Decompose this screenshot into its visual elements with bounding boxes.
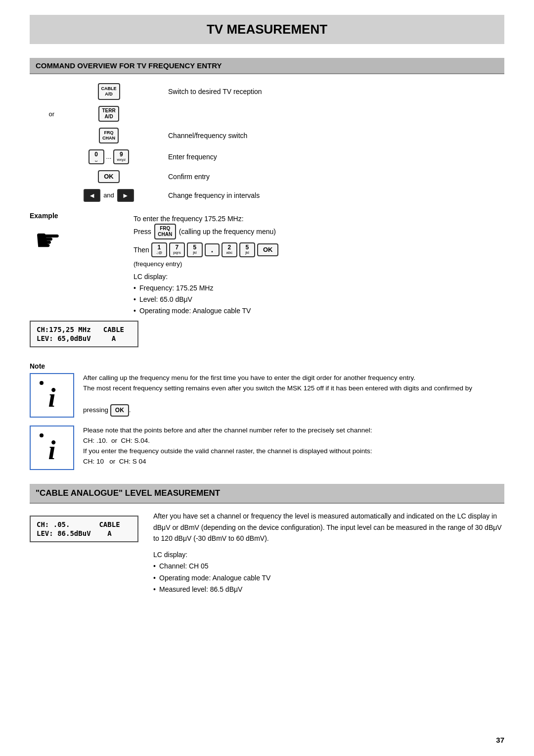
lc-item-2-2: Measured level: 86.5 dBμV <box>153 584 504 595</box>
ellipsis: ... <box>106 153 112 160</box>
pressing-label: pressing <box>83 406 108 414</box>
overview-row-ok: OK Confirm entry <box>30 170 504 183</box>
lcd2-line1: CH: .05. CABLE <box>37 520 132 528</box>
cable-ad-top: CABLE <box>101 86 117 92</box>
info-icon-2: i <box>30 425 74 470</box>
overview-row-frq: FRQ CHAN Channel/frequency switch <box>30 128 504 143</box>
frq-chan-key[interactable]: FRQ CHAN <box>99 128 119 143</box>
cable-desc: Switch to desired TV reception <box>158 88 504 95</box>
lc-item-1-2: Operating mode: Analogue cable TV <box>134 305 504 317</box>
press-label: Press <box>134 228 151 236</box>
ok-desc: Confirm entry <box>158 173 504 181</box>
cable-left: CH: .05. CABLE LEV: 86.5dBuV A <box>30 511 138 595</box>
terr-bottom: A/D <box>104 114 113 120</box>
info-text-2: Please note that the points before and a… <box>83 425 504 470</box>
then-key-1-sub: .;@ <box>156 251 163 255</box>
hand-icon: ☛ <box>35 223 119 257</box>
key-0-sub: ␣ <box>95 158 97 162</box>
lc-item-1-1: Level: 65.0 dBμV <box>134 294 504 305</box>
page-title: TV MEASUREMENT <box>30 15 504 44</box>
then-key-5b[interactable]: 5 jkl <box>239 242 255 257</box>
key-col-terr: TERR A/D <box>59 106 158 122</box>
page: TV MEASUREMENT COMMAND OVERVIEW FOR TV F… <box>0 0 534 756</box>
key-col-frq: FRQ CHAN <box>59 128 158 143</box>
press-frq-chan-key[interactable]: FRQ CHAN <box>154 224 176 239</box>
example-right: To enter the frequency 175.25 MHz: Press… <box>134 212 504 317</box>
press-row: Press FRQ CHAN (calling up the frequency… <box>134 224 504 239</box>
lcd-display-1: CH:175,25 MHz CABLE LEV: 65,0dBuV A <box>30 321 138 347</box>
press-frq-bottom: CHAN <box>158 232 172 237</box>
lcd1-right-spacer <box>134 321 504 355</box>
lc-item-1-0: Frequency: 175.25 MHz <box>134 283 504 294</box>
lcd1-row: CH:175,25 MHz CABLE LEV: 65,0dBuV A <box>30 321 504 355</box>
lc-list-2: Channel: CH 05 Operating mode: Analogue … <box>153 561 504 595</box>
info-icon-1: i <box>30 373 74 418</box>
lcd1-left: CH:175,25 MHz CABLE LEV: 65,0dBuV A <box>30 321 119 355</box>
overview-row-nums: 0 ␣ ... 9 wxyz Enter frequency <box>30 149 504 164</box>
lc-item-2-0: Channel: CH 05 <box>153 561 504 572</box>
note-label: Note <box>30 362 504 370</box>
key-9[interactable]: 9 wxyz <box>113 149 129 164</box>
key-0[interactable]: 0 ␣ <box>89 149 104 164</box>
info-dot-2 <box>40 433 44 437</box>
example-desc1: To enter the frequency 175.25 MHz: <box>134 215 504 223</box>
lcd1-line2: LEV: 65,0dBuV A <box>37 334 132 342</box>
cable-ad-key[interactable]: CABLE A/D <box>98 83 120 100</box>
key-col-ok: OK <box>59 170 158 183</box>
lc-item-2-1: Operating mode: Analogue cable TV <box>153 572 504 584</box>
then-ok-key[interactable]: OK <box>257 243 279 256</box>
pressing-ok-key[interactable]: OK <box>110 404 129 417</box>
frq-top: FRQ <box>104 130 114 136</box>
then-key-5b-sub: jkl <box>245 251 249 255</box>
and-label: and <box>103 191 114 199</box>
overview-row-cable: CABLE A/D Switch to desired TV reception <box>30 83 504 100</box>
freq-entry-label: (frequency entry) <box>134 260 504 268</box>
then-key-dot[interactable]: . <box>205 243 220 256</box>
terr-ad-key[interactable]: TERR A/D <box>98 106 119 122</box>
info-dot-1 <box>40 381 44 385</box>
key-col-nums: 0 ␣ ... 9 wxyz <box>59 149 158 164</box>
then-key-7[interactable]: 7 pqrs <box>169 242 185 257</box>
info-i-2: i <box>48 435 55 466</box>
overview-row-arrows: ◄ and ► Change frequency in intervals <box>30 189 504 202</box>
frq-desc: Channel/frequency switch <box>158 132 504 140</box>
cable-ad-bottom: A/D <box>105 92 113 97</box>
lc-label-1: LC display: <box>134 273 504 281</box>
then-key-2[interactable]: 2 abc <box>222 242 237 257</box>
key-9-sub: wxyz <box>117 158 126 162</box>
cable-right: After you have set a channel or frequenc… <box>153 511 504 595</box>
example-left: Example ☛ <box>30 212 119 317</box>
section2-header: "CABLE ANALOGUE" LEVEL MEASUREMENT <box>30 484 504 504</box>
or-label: or <box>30 110 59 118</box>
overview-table: CABLE A/D Switch to desired TV reception… <box>30 83 504 202</box>
key-col-arrows: ◄ and ► <box>59 189 158 202</box>
lcd-display-2: CH: .05. CABLE LEV: 86.5dBuV A <box>30 516 138 542</box>
press-frq-top: FRQ <box>160 226 170 232</box>
example-label: Example <box>30 212 119 220</box>
then-key-5a[interactable]: 5 jkl <box>187 242 203 257</box>
note-text: Note <box>30 362 45 370</box>
info-i-1: i <box>48 382 55 413</box>
then-key-7-sub: pqrs <box>173 251 181 255</box>
section1-header: COMMAND OVERVIEW FOR TV FREQUENCY ENTRY <box>30 58 504 74</box>
ok-key[interactable]: OK <box>98 170 120 183</box>
info-text-1: After calling up the frequency menu for … <box>83 373 504 418</box>
arrows-desc: Change frequency in intervals <box>158 191 504 199</box>
example-section: Example ☛ To enter the frequency 175.25 … <box>30 212 504 317</box>
left-arrow-key[interactable]: ◄ <box>84 189 100 202</box>
lc-label-2: LC display: <box>153 551 504 559</box>
then-row: Then 1 .;@ 7 pqrs 5 jkl . 2 abc <box>134 242 504 257</box>
section2-desc: After you have set a channel or frequenc… <box>153 511 504 544</box>
then-label: Then <box>134 246 149 254</box>
nums-desc: Enter frequency <box>158 153 504 161</box>
info-section-2: i Please note that the points before and… <box>30 425 504 470</box>
page-number: 37 <box>496 736 504 744</box>
lcd2-line2: LEV: 86.5dBuV A <box>37 529 132 537</box>
right-arrow-key[interactable]: ► <box>117 189 134 202</box>
then-key-5a-sub: jkl <box>193 251 197 255</box>
key-col-cable: CABLE A/D <box>59 83 158 100</box>
then-key-1[interactable]: 1 .;@ <box>151 242 167 257</box>
info-text-1-main: After calling up the frequency menu for … <box>83 374 472 392</box>
info-section-1: i After calling up the frequency menu fo… <box>30 373 504 418</box>
cable-section: CH: .05. CABLE LEV: 86.5dBuV A After you… <box>30 511 504 595</box>
